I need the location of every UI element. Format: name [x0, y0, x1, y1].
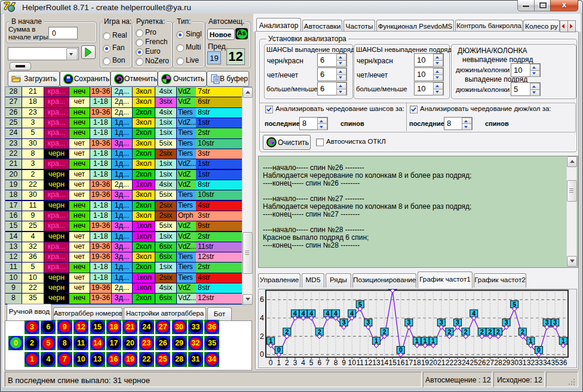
svg-text:4: 4	[301, 359, 305, 367]
svg-text:15: 15	[389, 359, 397, 367]
svg-text:13: 13	[372, 359, 381, 367]
svg-text:17: 17	[405, 359, 413, 367]
svg-text:34: 34	[543, 359, 551, 367]
svg-text:3: 3	[293, 359, 297, 367]
svg-text:28: 28	[494, 359, 502, 367]
svg-text:0: 0	[269, 359, 273, 367]
svg-text:10: 10	[348, 359, 357, 367]
svg-text:33: 33	[535, 359, 543, 367]
svg-text:0: 0	[260, 350, 264, 359]
svg-text:2: 2	[260, 332, 264, 341]
svg-text:12: 12	[364, 359, 373, 367]
svg-text:18: 18	[413, 359, 421, 367]
svg-text:27: 27	[486, 359, 495, 367]
svg-text:25: 25	[470, 359, 478, 367]
svg-text:14: 14	[381, 359, 389, 367]
svg-text:22: 22	[446, 359, 454, 367]
svg-text:8: 8	[334, 359, 338, 367]
svg-text:35: 35	[551, 359, 560, 367]
svg-text:11: 11	[357, 359, 364, 367]
svg-text:6: 6	[317, 359, 321, 367]
svg-text:6: 6	[260, 295, 264, 304]
svg-text:19: 19	[421, 359, 429, 367]
svg-text:30: 30	[511, 359, 519, 367]
svg-text:4: 4	[260, 314, 264, 322]
svg-text:7: 7	[326, 359, 330, 367]
svg-text:20: 20	[429, 359, 438, 367]
svg-text:5: 5	[309, 359, 314, 367]
svg-text:9: 9	[342, 359, 346, 367]
svg-text:16: 16	[397, 359, 405, 367]
svg-text:36: 36	[559, 359, 567, 367]
svg-text:2: 2	[285, 359, 289, 367]
svg-text:26: 26	[478, 359, 486, 367]
svg-text:29: 29	[502, 359, 511, 367]
svg-text:31: 31	[518, 359, 527, 367]
svg-text:32: 32	[527, 359, 535, 367]
svg-text:1: 1	[277, 359, 281, 367]
svg-text:23: 23	[453, 359, 462, 367]
svg-text:24: 24	[462, 359, 470, 367]
svg-text:21: 21	[437, 359, 446, 367]
